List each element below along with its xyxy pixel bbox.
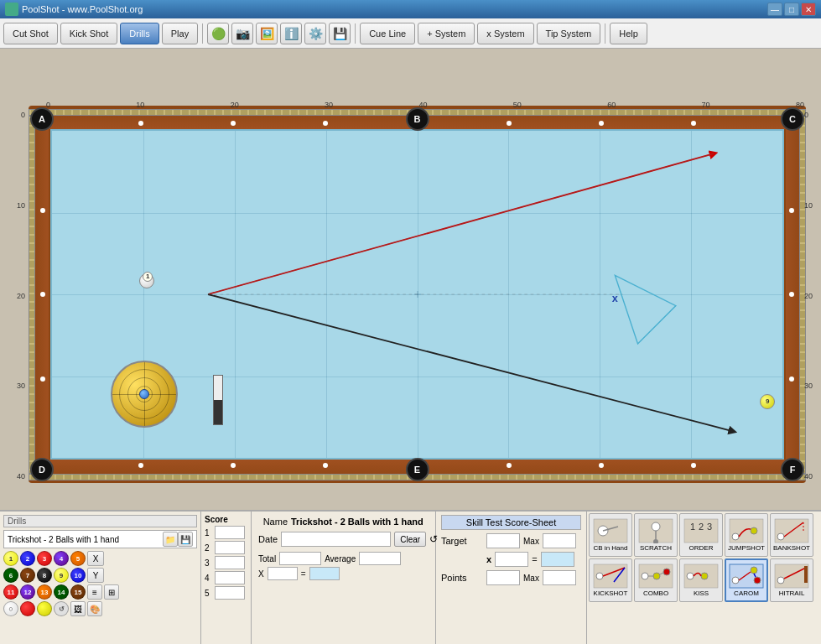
svg-text:2: 2 xyxy=(699,522,704,532)
score-input-4[interactable] xyxy=(215,571,245,584)
x-skill-input[interactable] xyxy=(495,552,528,567)
plus-system-button[interactable]: + System xyxy=(418,23,475,44)
y-button[interactable]: Y xyxy=(87,568,104,583)
minimize-button[interactable]: — xyxy=(767,3,782,16)
ball-btn-7[interactable]: 7 xyxy=(20,568,35,583)
ball-btn-12[interactable]: 12 xyxy=(20,584,35,600)
power-icon-button[interactable]: 🟢 xyxy=(207,23,229,44)
photo-icon-button[interactable]: 🖼️ xyxy=(256,23,278,44)
max-input-2[interactable] xyxy=(543,570,576,585)
shot-icon-scratch[interactable]: SCRATCH xyxy=(634,513,678,557)
target-input[interactable] xyxy=(486,533,520,548)
skill-result-input[interactable] xyxy=(541,552,574,567)
score-input-3[interactable] xyxy=(215,556,245,569)
name-row: Name Trickshot - 2 Balls with 1 hand xyxy=(258,517,429,527)
ball-btn-white[interactable]: ○ xyxy=(3,601,18,616)
score-row-3: 3 xyxy=(205,556,247,569)
drills-button[interactable]: Drills xyxy=(120,23,158,44)
shot-icon-hitrail[interactable]: HITRAIL xyxy=(770,558,813,602)
shot-icon-carom[interactable]: CAROM xyxy=(725,558,768,602)
svg-point-30 xyxy=(653,573,660,579)
date-input[interactable] xyxy=(281,532,391,547)
score-input-2[interactable] xyxy=(215,541,245,554)
object-ball-9[interactable]: 9 xyxy=(760,394,775,409)
cut-shot-button[interactable]: Cut Shot xyxy=(3,23,58,44)
shot-icon-kiss[interactable]: KISS xyxy=(679,558,723,602)
shot-icon-bankshot[interactable]: BANKSHOT xyxy=(770,513,813,557)
shot-label-kiss: KISS xyxy=(694,589,709,597)
average-input[interactable] xyxy=(359,552,401,565)
drill-title: Trickshot - 2 Balls with 1 hand xyxy=(291,517,429,527)
close-button[interactable]: ✕ xyxy=(801,3,816,16)
ball-btn-11[interactable]: 11 xyxy=(3,584,18,600)
tip-system-button[interactable]: Tip System xyxy=(537,23,601,44)
score-section: Score 1 2 3 4 5 xyxy=(201,512,252,644)
x-skill-row: x = xyxy=(441,552,581,567)
help-button[interactable]: Help xyxy=(610,23,647,44)
svg-text:3: 3 xyxy=(707,522,712,532)
maximize-button[interactable]: □ xyxy=(784,3,799,16)
skill-header[interactable]: Skill Test Score-Sheet xyxy=(441,515,581,530)
pool-table[interactable]: x 1 xyxy=(29,106,806,483)
main-area: 01020304050607080 010203040 010203040 xyxy=(0,49,821,644)
settings-icon-button[interactable]: ⚙️ xyxy=(304,23,326,44)
ball-btn-6[interactable]: 6 xyxy=(3,568,18,583)
x-system-button[interactable]: x System xyxy=(477,23,533,44)
save-icon-button[interactable]: 💾 xyxy=(329,23,351,44)
shot-icon-kickshot[interactable]: KICKSHOT xyxy=(589,558,632,602)
ball-btn-14[interactable]: 14 xyxy=(54,584,69,600)
shot-icon-jumpshot[interactable]: JUMPSHOT xyxy=(725,513,768,557)
ball-grid-icon[interactable]: ⊞ xyxy=(104,584,119,600)
ball-1-marker: 1 xyxy=(143,272,153,282)
ball-btn-yellow[interactable] xyxy=(37,601,52,616)
ball-btn-1[interactable]: 1 xyxy=(3,551,18,566)
svg-point-29 xyxy=(642,573,648,579)
svg-point-38 xyxy=(732,577,739,584)
clear-button[interactable]: Clear xyxy=(394,532,426,547)
shot-label-cb: CB in Hand xyxy=(594,544,628,552)
ball-btn-5[interactable]: 5 xyxy=(70,551,86,566)
cue-line-button[interactable]: Cue Line xyxy=(360,23,415,44)
svg-point-10 xyxy=(652,522,660,531)
score-input-5[interactable] xyxy=(215,586,245,600)
ball-btn-4[interactable]: 4 xyxy=(54,551,69,566)
ball-btn-2[interactable]: 2 xyxy=(20,551,35,566)
ball-btn-3[interactable]: 3 xyxy=(37,551,52,566)
ball-btn-9[interactable]: 9 xyxy=(54,568,69,583)
drills-name: Trickshot - 2 Balls with 1 hand 📁 💾 xyxy=(3,530,197,548)
ball-btn-13[interactable]: 13 xyxy=(37,584,52,600)
points-row: Points Max xyxy=(441,570,581,585)
kick-shot-button[interactable]: Kick Shot xyxy=(60,23,117,44)
shot-icon-order[interactable]: 1 2 3 ORDER xyxy=(679,513,723,557)
ball-btn-red[interactable] xyxy=(20,601,35,616)
info-section: Name Trickshot - 2 Balls with 1 hand Dat… xyxy=(252,512,436,644)
shot-icon-combo[interactable]: COMBO xyxy=(634,558,678,602)
info-icon-button[interactable]: ℹ️ xyxy=(280,23,302,44)
table-container[interactable]: 01020304050607080 010203040 010203040 xyxy=(0,49,821,510)
x-result-input[interactable] xyxy=(309,567,340,580)
equals-label: = xyxy=(301,569,306,579)
ball-photo-icon[interactable]: 🖼 xyxy=(70,601,86,616)
x-button[interactable]: X xyxy=(87,551,104,566)
total-input[interactable] xyxy=(279,552,321,565)
play-button[interactable]: Play xyxy=(162,23,198,44)
drills-folder-icon[interactable]: 📁 xyxy=(163,532,178,547)
svg-point-25 xyxy=(596,573,603,579)
svg-point-18 xyxy=(732,533,739,540)
x-input[interactable] xyxy=(268,567,298,580)
points-input[interactable] xyxy=(486,570,520,585)
average-label: Average xyxy=(325,554,356,564)
max-input-1[interactable] xyxy=(543,533,576,548)
power-indicator xyxy=(213,375,223,425)
ball-list-icon[interactable]: ≡ xyxy=(87,584,102,600)
ball-btn-8[interactable]: 8 xyxy=(37,568,52,583)
camera-icon-button[interactable]: 📷 xyxy=(231,23,253,44)
ball-btn-reload[interactable]: ↺ xyxy=(54,601,69,616)
ball-btn-10[interactable]: 10 xyxy=(70,568,86,583)
ball-btn-15[interactable]: 15 xyxy=(70,584,86,600)
shot-icon-cb-in-hand[interactable]: CB in Hand xyxy=(589,513,632,557)
drills-save-icon[interactable]: 💾 xyxy=(178,532,193,547)
table-felt[interactable]: x 1 xyxy=(50,129,784,460)
ball-palette-icon[interactable]: 🎨 xyxy=(87,601,102,616)
score-input-1[interactable] xyxy=(215,526,245,539)
